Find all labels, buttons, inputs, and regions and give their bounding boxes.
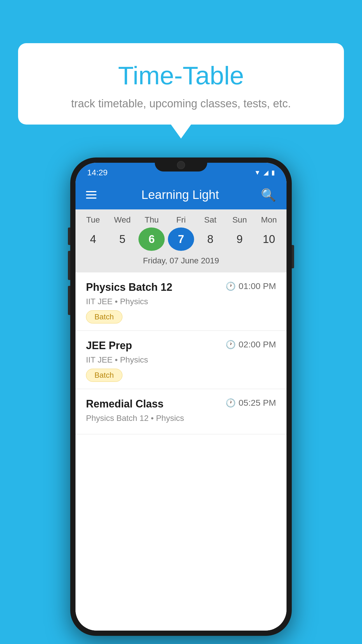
phone-content: 14:29 ▼ ◢ ▮ Learning Light 🔍 <box>75 163 287 631</box>
day-5[interactable]: 5 <box>109 228 136 251</box>
wifi-icon: ▼ <box>254 169 261 176</box>
clock-icon-2: 🕐 <box>226 340 236 349</box>
signal-icon: ◢ <box>263 169 268 176</box>
calendar-header: Tue Wed Thu Fri Sat Sun Mon 4 5 6 7 8 <box>75 209 287 272</box>
day-9[interactable]: 9 <box>226 228 253 251</box>
schedule-subtitle-3: Physics Batch 12 • Physics <box>86 414 276 423</box>
day-label-fri: Fri <box>168 215 194 225</box>
menu-button[interactable] <box>86 191 96 199</box>
bubble-title: Time-Table <box>36 61 326 90</box>
day-label-thu: Thu <box>138 215 165 225</box>
speech-bubble-section: Time-Table track timetable, upcoming cla… <box>18 43 344 125</box>
day-8[interactable]: 8 <box>197 228 224 251</box>
schedule-list: Physics Batch 12 🕐 01:00 PM IIT JEE • Ph… <box>75 272 287 631</box>
speech-bubble: Time-Table track timetable, upcoming cla… <box>18 43 344 125</box>
schedule-item-3[interactable]: Remedial Class 🕐 05:25 PM Physics Batch … <box>75 389 287 434</box>
phone-notch <box>155 158 207 172</box>
day-6-today[interactable]: 6 <box>138 228 165 251</box>
battery-icon: ▮ <box>271 169 275 176</box>
phone-mockup: 14:29 ▼ ◢ ▮ Learning Light 🔍 <box>70 158 292 636</box>
schedule-time-3: 🕐 05:25 PM <box>226 398 276 408</box>
silent-button <box>68 286 70 315</box>
schedule-subtitle-1: IIT JEE • Physics <box>86 297 276 306</box>
day-7-selected[interactable]: 7 <box>168 228 194 251</box>
schedule-item-3-top: Remedial Class 🕐 05:25 PM <box>86 398 276 410</box>
app-title: Learning Light <box>108 188 252 202</box>
day-label-tue: Tue <box>80 215 106 225</box>
search-button[interactable]: 🔍 <box>261 188 276 202</box>
clock-icon-1: 🕐 <box>226 281 236 291</box>
schedule-title-3: Remedial Class <box>86 398 164 410</box>
schedule-title-2: JEE Prep <box>86 340 132 352</box>
schedule-item-1-top: Physics Batch 12 🕐 01:00 PM <box>86 281 276 293</box>
status-icons: ▼ ◢ ▮ <box>254 169 275 176</box>
bubble-subtitle: track timetable, upcoming classes, tests… <box>36 97 326 110</box>
app-bar: Learning Light 🔍 <box>75 180 287 209</box>
schedule-item-2-top: JEE Prep 🕐 02:00 PM <box>86 340 276 352</box>
day-4[interactable]: 4 <box>80 228 106 251</box>
phone-camera <box>177 161 185 169</box>
power-button <box>292 245 294 268</box>
schedule-title-1: Physics Batch 12 <box>86 281 172 293</box>
selected-date-label: Friday, 07 June 2019 <box>75 254 287 270</box>
clock-icon-3: 🕐 <box>226 398 236 408</box>
schedule-time-value-2: 02:00 PM <box>239 340 276 349</box>
volume-down-button <box>68 251 70 280</box>
batch-badge-1: Batch <box>86 310 122 323</box>
volume-up-button <box>68 228 70 245</box>
schedule-item-2[interactable]: JEE Prep 🕐 02:00 PM IIT JEE • Physics Ba… <box>75 331 287 389</box>
day-numbers-row: 4 5 6 7 8 9 10 <box>75 228 287 254</box>
schedule-item-1[interactable]: Physics Batch 12 🕐 01:00 PM IIT JEE • Ph… <box>75 272 287 331</box>
day-label-sat: Sat <box>197 215 224 225</box>
schedule-time-value-1: 01:00 PM <box>239 281 276 291</box>
phone-outer: 14:29 ▼ ◢ ▮ Learning Light 🔍 <box>70 158 292 636</box>
day-label-mon: Mon <box>256 215 282 225</box>
day-labels-row: Tue Wed Thu Fri Sat Sun Mon <box>75 215 287 228</box>
schedule-time-2: 🕐 02:00 PM <box>226 340 276 349</box>
day-label-wed: Wed <box>109 215 136 225</box>
batch-badge-2: Batch <box>86 369 122 382</box>
day-label-sun: Sun <box>226 215 253 225</box>
schedule-subtitle-2: IIT JEE • Physics <box>86 355 276 365</box>
schedule-time-1: 🕐 01:00 PM <box>226 281 276 291</box>
day-10[interactable]: 10 <box>256 228 282 251</box>
schedule-time-value-3: 05:25 PM <box>239 398 276 408</box>
phone-screen: 14:29 ▼ ◢ ▮ Learning Light 🔍 <box>75 163 287 631</box>
status-time: 14:29 <box>87 168 108 177</box>
